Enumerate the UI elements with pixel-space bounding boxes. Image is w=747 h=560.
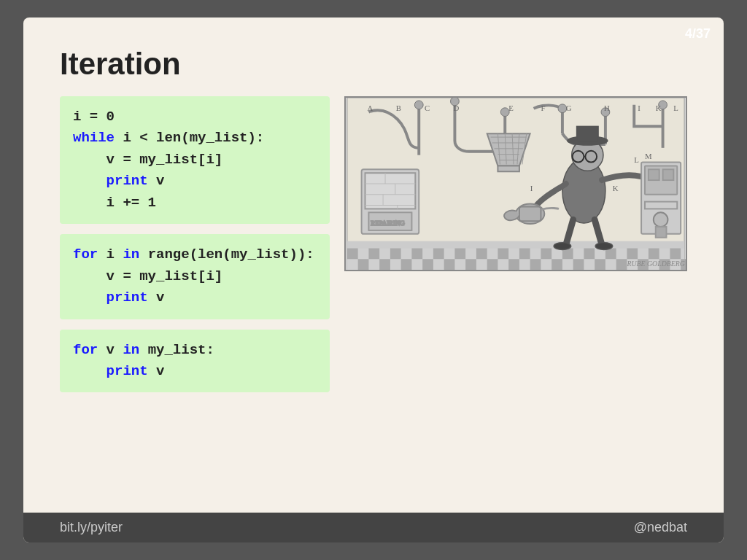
code-text: i <box>98 246 123 262</box>
svg-rect-13 <box>541 249 551 260</box>
keyword-print2: print <box>107 289 148 306</box>
svg-point-36 <box>414 101 423 109</box>
svg-rect-11 <box>498 249 508 260</box>
svg-rect-10 <box>476 249 487 260</box>
svg-rect-23 <box>422 259 433 270</box>
svg-rect-71 <box>656 227 667 238</box>
svg-rect-26 <box>487 259 498 270</box>
svg-rect-6 <box>390 249 401 260</box>
code-text <box>73 173 107 189</box>
svg-text:L: L <box>634 155 639 164</box>
illustration-area: REPAIRING RUBE GOLDBERG A B C D E F G H <box>344 96 687 271</box>
svg-rect-27 <box>508 259 519 270</box>
code-column: i = 0 while i < len(my_list): v = my_lis… <box>60 96 330 392</box>
code-text: v <box>148 173 165 189</box>
code-text: i = 0 <box>73 109 115 125</box>
svg-point-58 <box>554 243 571 250</box>
svg-rect-57 <box>577 126 599 142</box>
svg-rect-68 <box>663 169 674 180</box>
svg-text:L: L <box>673 104 678 112</box>
svg-rect-8 <box>433 249 444 260</box>
svg-rect-18 <box>649 249 659 260</box>
code-block-while: i = 0 while i < len(my_list): v = my_lis… <box>60 96 330 224</box>
svg-text:D: D <box>453 104 459 112</box>
bottom-right-text: @nedbat <box>634 520 687 535</box>
code-text: i += 1 <box>73 195 156 211</box>
code-line: v = my_list[i] <box>73 149 317 171</box>
svg-rect-12 <box>519 249 530 260</box>
svg-text:E: E <box>508 104 514 112</box>
rube-svg: REPAIRING RUBE GOLDBERG A B C D E F G H <box>346 98 686 270</box>
svg-text:H: H <box>604 104 610 112</box>
slide-counter: 4/37 <box>685 26 711 42</box>
svg-rect-4 <box>347 249 358 260</box>
svg-rect-7 <box>411 249 422 260</box>
code-text: v = my_list[i] <box>73 152 222 168</box>
svg-rect-32 <box>616 259 627 270</box>
keyword-in2: in <box>123 342 139 358</box>
svg-rect-15 <box>584 249 595 260</box>
svg-text:G: G <box>566 104 572 112</box>
svg-text:I: I <box>638 104 640 112</box>
svg-rect-31 <box>595 259 605 270</box>
svg-rect-43 <box>498 166 519 171</box>
svg-rect-67 <box>649 169 659 180</box>
keyword-print: print <box>107 173 148 189</box>
code-text: i < len(my_list): <box>115 130 264 146</box>
svg-text:K: K <box>613 184 619 192</box>
svg-text:C: C <box>425 104 430 112</box>
code-text: my_list: <box>139 342 214 358</box>
code-text: v <box>148 363 165 379</box>
svg-text:RUBE GOLDBERG: RUBE GOLDBERG <box>626 260 684 268</box>
svg-rect-20 <box>358 259 369 270</box>
svg-rect-64 <box>519 206 541 221</box>
svg-rect-69 <box>645 202 677 209</box>
keyword-while: while <box>73 130 115 146</box>
bottom-bar: bit.ly/pyiter @nedbat <box>23 513 724 542</box>
svg-rect-73 <box>365 173 416 209</box>
code-line: print v <box>73 287 317 308</box>
svg-rect-21 <box>379 259 390 270</box>
svg-rect-28 <box>530 259 541 270</box>
svg-rect-5 <box>368 249 379 260</box>
code-line: i += 1 <box>73 192 317 214</box>
code-text: v = my_list[i] <box>73 268 222 284</box>
code-block-for-range: for i in range(len(my_list)): v = my_lis… <box>60 234 330 319</box>
svg-rect-25 <box>465 259 476 270</box>
code-text: v <box>148 289 165 306</box>
keyword-for2: for <box>73 342 98 358</box>
keyword-in: in <box>123 246 139 262</box>
code-line: i = 0 <box>73 106 317 128</box>
svg-rect-29 <box>551 259 562 270</box>
svg-point-59 <box>595 243 613 250</box>
svg-rect-17 <box>627 249 638 260</box>
svg-rect-24 <box>444 259 455 270</box>
code-line: while i < len(my_list): <box>73 128 317 149</box>
code-text <box>73 363 107 379</box>
svg-rect-22 <box>401 259 412 270</box>
code-block-for-list: for v in my_list: print v <box>60 330 330 393</box>
svg-text:I: I <box>530 184 533 192</box>
content-area: i = 0 while i < len(my_list): v = my_lis… <box>60 96 687 392</box>
svg-text:REPAIRING: REPAIRING <box>371 219 405 227</box>
code-line: for i in range(len(my_list)): <box>73 244 317 265</box>
keyword-for: for <box>73 246 98 262</box>
code-text <box>73 289 107 306</box>
code-text: range(len(my_list)): <box>139 246 314 262</box>
svg-text:K: K <box>656 104 662 112</box>
svg-text:A: A <box>367 104 373 112</box>
svg-rect-9 <box>454 249 465 260</box>
slide-title: Iteration <box>60 47 687 82</box>
code-text: v <box>98 342 123 358</box>
code-line: for v in my_list: <box>73 340 317 361</box>
svg-rect-19 <box>670 249 681 260</box>
rube-goldberg-image: REPAIRING RUBE GOLDBERG A B C D E F G H <box>344 96 687 271</box>
code-line: print v <box>73 171 317 192</box>
svg-text:M: M <box>645 152 652 160</box>
svg-text:J: J <box>559 184 562 192</box>
code-line: print v <box>73 361 317 382</box>
svg-text:B: B <box>396 104 401 112</box>
keyword-print3: print <box>107 363 148 379</box>
slide: 4/37 Iteration i = 0 while i < len(my_li… <box>23 18 724 542</box>
svg-rect-30 <box>573 259 584 270</box>
